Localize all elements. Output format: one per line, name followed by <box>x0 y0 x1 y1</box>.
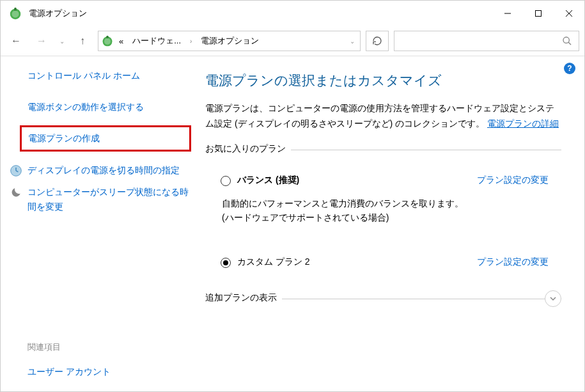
chevron-down-icon <box>549 295 557 302</box>
main-panel: 電源プランの選択またはカスタマイズ 電源プランは、コンピューターの電源の使用方法… <box>205 56 584 391</box>
plan-name: カスタム プラン 2 <box>237 256 310 268</box>
plan-radio-custom[interactable] <box>221 258 231 268</box>
page-title: 電源プランの選択またはカスタマイズ <box>205 72 561 90</box>
plan-name: バランス (推奨) <box>237 175 299 186</box>
sidebar-link-create-plan[interactable]: 電源プランの作成 <box>20 125 191 151</box>
content-area: ? コントロール パネル ホーム 電源ボタンの動作を選択する 電源プランの作成 … <box>1 56 584 391</box>
window-controls <box>492 1 584 26</box>
change-plan-settings-link[interactable]: プラン設定の変更 <box>477 175 549 186</box>
sidebar-link-user-accounts[interactable]: ユーザー アカウント <box>27 365 190 379</box>
sidebar-item: ディスプレイの電源を切る時間の指定 <box>10 163 190 177</box>
additional-plans-section: 追加プランの表示 <box>205 299 561 311</box>
svg-line-11 <box>568 42 571 45</box>
search-icon <box>562 36 572 46</box>
chevron-right-icon[interactable]: › <box>186 38 196 45</box>
search-input[interactable] <box>394 31 579 51</box>
power-options-icon <box>101 35 114 47</box>
favorite-plans-section: お気に入りのプラン バランス (推奨) プラン設定の変更 自動的にパフォーマンス… <box>205 150 561 281</box>
svg-point-9 <box>104 38 111 45</box>
sidebar-link-sleep-time[interactable]: コンピューターがスリープ状態になる時間を変更 <box>27 185 190 214</box>
plan-item: バランス (推奨) プラン設定の変更 自動的にパフォーマンスと電力消費のバランス… <box>205 162 561 233</box>
back-button[interactable]: ← <box>6 31 26 51</box>
sidebar: コントロール パネル ホーム 電源ボタンの動作を選択する 電源プランの作成 ディ… <box>1 56 205 391</box>
svg-point-2 <box>12 10 19 17</box>
minimize-button[interactable] <box>492 1 523 26</box>
svg-point-10 <box>563 37 569 43</box>
titlebar-left: 電源オプション <box>8 6 87 20</box>
section-legend: お気に入りのプラン <box>205 143 291 155</box>
close-button[interactable] <box>554 1 584 26</box>
breadcrumb[interactable]: « ハードウェ... › 電源オプション ⌄ <box>98 31 361 51</box>
breadcrumb-prefix: « <box>115 34 127 49</box>
help-icon[interactable]: ? <box>564 63 575 74</box>
sidebar-link-display-off[interactable]: ディスプレイの電源を切る時間の指定 <box>27 163 180 177</box>
breadcrumb-item[interactable]: ハードウェ... <box>129 33 185 49</box>
power-plan-details-link[interactable]: 電源プランの詳細 <box>487 118 559 129</box>
refresh-button[interactable] <box>366 31 389 51</box>
breadcrumb-dropdown[interactable]: ⌄ <box>347 38 357 45</box>
control-panel-home-link[interactable]: コントロール パネル ホーム <box>27 70 190 82</box>
address-bar: ← → ⌄ ↑ « ハードウェ... › 電源オプション ⌄ <box>1 26 584 56</box>
expand-button[interactable] <box>545 290 561 307</box>
plan-radio-balance[interactable] <box>221 176 231 186</box>
plan-description: 自動的にパフォーマンスと電力消費のバランスを取ります。(ハードウェアでサポートさ… <box>205 196 474 225</box>
sleep-moon-icon <box>10 186 22 199</box>
section-legend: 追加プランの表示 <box>205 292 282 304</box>
change-plan-settings-link[interactable]: プラン設定の変更 <box>477 256 549 268</box>
history-dropdown[interactable]: ⌄ <box>57 38 67 45</box>
power-options-icon <box>8 6 22 20</box>
sidebar-item: コンピューターがスリープ状態になる時間を変更 <box>10 185 190 214</box>
display-timer-icon <box>10 164 22 177</box>
page-description: 電源プランは、コンピューターの電源の使用方法を管理するハードウェア設定とシステム… <box>205 101 561 132</box>
up-button[interactable]: ↑ <box>72 31 93 51</box>
svg-rect-4 <box>536 11 542 17</box>
window-title: 電源オプション <box>29 8 87 19</box>
plan-item: カスタム プラン 2 プラン設定の変更 <box>205 244 561 281</box>
maximize-button[interactable] <box>523 1 554 26</box>
forward-button[interactable]: → <box>31 31 52 51</box>
sidebar-link-power-button[interactable]: 電源ボタンの動作を選択する <box>27 100 190 114</box>
related-items-label: 関連項目 <box>27 341 190 353</box>
breadcrumb-item[interactable]: 電源オプション <box>197 33 263 49</box>
titlebar: 電源オプション <box>1 1 584 26</box>
